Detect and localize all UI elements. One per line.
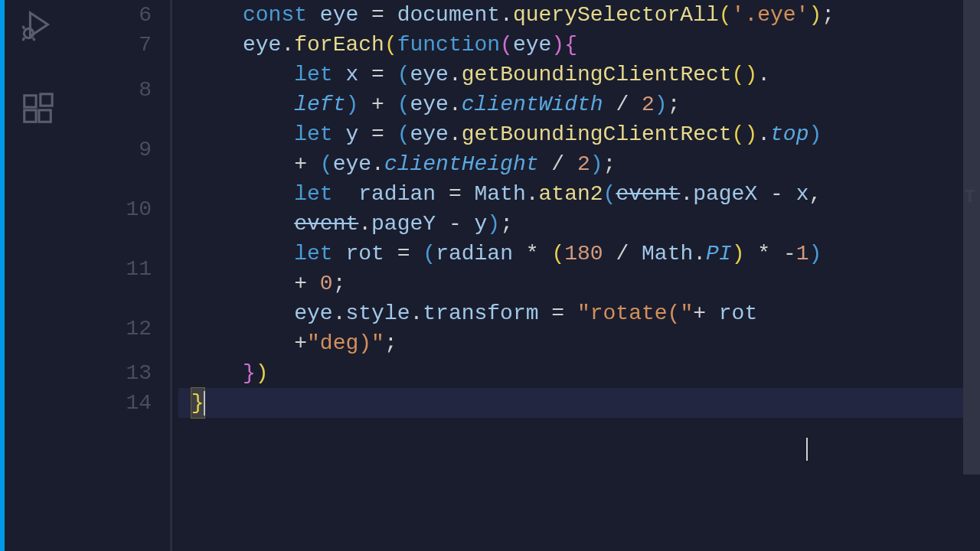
svg-rect-7 [39, 110, 51, 122]
line-number: 12 [70, 298, 152, 358]
scrollbar-thumb[interactable] [963, 0, 980, 474]
extensions-icon[interactable] [16, 87, 59, 130]
code-line[interactable]: let x = (eye.getBoundingClientRect(). [178, 60, 980, 90]
line-number: 10 [70, 179, 152, 239]
svg-line-4 [33, 37, 34, 41]
code-line-wrap[interactable]: +"deg)"; [178, 328, 980, 358]
svg-line-3 [23, 37, 24, 41]
code-line-wrap[interactable]: + (eye.clientHeight / 2); [178, 149, 980, 179]
svg-point-1 [24, 28, 33, 37]
scrollbar-track[interactable] [963, 0, 980, 551]
secondary-cursor [806, 438, 808, 461]
run-debug-icon[interactable] [16, 3, 59, 46]
editor-root: 6 7 8 9 10 11 12 13 14 const eye = docum… [0, 0, 980, 551]
code-line[interactable]: const eye = document.querySelectorAll('.… [178, 0, 980, 30]
svg-rect-6 [24, 110, 36, 122]
code-line-active[interactable]: } [178, 388, 980, 418]
svg-rect-8 [41, 94, 52, 106]
line-number: 7 [70, 30, 152, 60]
line-number: 9 [70, 119, 152, 179]
activity-bar [5, 0, 70, 551]
code-editor[interactable]: 6 7 8 9 10 11 12 13 14 const eye = docum… [70, 0, 980, 551]
code-line[interactable]: let rot = (radian * (180 / Math.PI) * -1… [178, 239, 980, 269]
line-number: 11 [70, 239, 152, 298]
code-area[interactable]: const eye = document.querySelectorAll('.… [170, 0, 980, 551]
code-line[interactable]: eye.forEach(function(eye){ [178, 30, 980, 60]
code-line-wrap[interactable]: left) + (eye.clientWidth / 2); [178, 90, 980, 119]
line-number: 6 [70, 0, 152, 30]
line-number: 14 [70, 388, 152, 418]
code-line[interactable]: let y = (eye.getBoundingClientRect().top… [178, 119, 980, 149]
svg-line-2 [23, 26, 24, 29]
code-line[interactable]: eye.style.transform = "rotate("+ rot [178, 298, 980, 328]
code-line-wrap[interactable]: + 0; [178, 269, 980, 298]
minimap-glyph: T [965, 187, 975, 207]
line-number: 8 [70, 60, 152, 119]
line-number: 13 [70, 358, 152, 388]
matched-brace: } [191, 388, 204, 418]
code-line-wrap[interactable]: event.pageY - y); [178, 209, 980, 239]
line-number-gutter: 6 7 8 9 10 11 12 13 14 [70, 0, 170, 551]
code-line[interactable]: }) [178, 358, 980, 388]
svg-rect-5 [24, 96, 36, 107]
code-line[interactable]: let radian = Math.atan2(event.pageX - x, [178, 179, 980, 209]
text-cursor [204, 391, 205, 416]
